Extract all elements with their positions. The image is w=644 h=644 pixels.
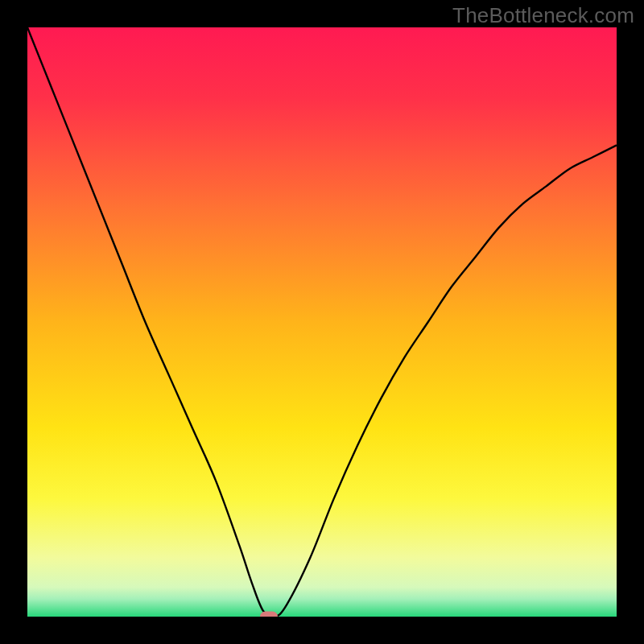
chart-frame: TheBottleneck.com <box>0 0 644 644</box>
curve-layer <box>27 27 617 617</box>
minimum-marker <box>260 612 278 617</box>
plot-area <box>27 27 617 617</box>
bottleneck-curve <box>27 27 617 617</box>
watermark-text: TheBottleneck.com <box>452 3 634 28</box>
